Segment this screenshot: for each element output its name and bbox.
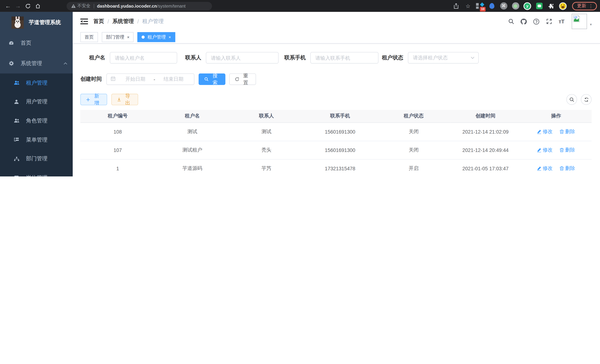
toggle-search-button[interactable] bbox=[566, 94, 577, 105]
browser-reload-icon[interactable] bbox=[23, 1, 33, 11]
browser-profile-avatar[interactable] bbox=[559, 2, 567, 10]
sidebar-item-system[interactable]: 系统管理 bbox=[0, 53, 73, 74]
col-actions: 操作 bbox=[521, 110, 592, 122]
create-time-label: 创建时间 bbox=[80, 76, 106, 83]
fullscreen-icon[interactable] bbox=[543, 17, 555, 27]
col-created: 创建时间 bbox=[450, 110, 521, 122]
sidebar-item-tenant[interactable]: 租户管理 bbox=[0, 74, 73, 92]
user-avatar[interactable] bbox=[572, 14, 587, 29]
tenant-name-label: 租户名 bbox=[80, 54, 110, 61]
tenant-table: 租户编号 租户名 联系人 联系手机 租户状态 创建时间 操作 108 测试 测试 bbox=[80, 110, 592, 177]
date-start-placeholder[interactable]: 开始日期 bbox=[119, 76, 152, 83]
breadcrumb-home[interactable]: 首页 bbox=[93, 18, 104, 25]
role-users-icon bbox=[13, 118, 19, 123]
date-end-placeholder[interactable]: 结束日期 bbox=[157, 76, 190, 83]
url-host: dashboard.yudao.iocoder.cn bbox=[97, 4, 157, 8]
extensions-puzzle-icon[interactable] bbox=[547, 2, 555, 10]
mobile-input[interactable] bbox=[310, 52, 378, 64]
breadcrumb-separator: / bbox=[108, 18, 109, 25]
delete-link[interactable]: 删除 bbox=[559, 128, 575, 135]
sidebar-item-label: 菜单管理 bbox=[26, 136, 47, 143]
help-icon[interactable] bbox=[530, 17, 543, 27]
extension-colorpick-icon[interactable]: 10 bbox=[476, 2, 484, 10]
github-icon[interactable] bbox=[517, 17, 530, 27]
contact-input[interactable] bbox=[206, 52, 279, 64]
tab-home[interactable]: 首页 bbox=[80, 32, 98, 42]
site-security[interactable]: 不安全 bbox=[71, 3, 91, 9]
delete-link[interactable]: 删除 bbox=[559, 147, 575, 153]
share-icon[interactable] bbox=[452, 2, 460, 10]
filter-row-1: 租户名 联系人 联系手机 租户状态 请选择租户状态 bbox=[80, 52, 592, 64]
filter-row-2: 创建时间 开始日期 - 结束日期 搜索 重置 bbox=[80, 74, 592, 85]
extension-yuque-icon[interactable]: y bbox=[523, 2, 531, 10]
security-label: 不安全 bbox=[77, 3, 91, 9]
tab-close-icon[interactable]: × bbox=[127, 35, 130, 39]
edit-link[interactable]: 修改 bbox=[537, 128, 553, 135]
sidebar-item-label: 岗位管理 bbox=[26, 174, 47, 177]
tab-label: 租户管理 bbox=[148, 34, 166, 40]
status-label: 租户状态 bbox=[378, 54, 408, 61]
table-row: 1 芋道源码 芋艿 17321315478 开启 2021-01-05 17:0… bbox=[80, 159, 592, 177]
tab-close-icon[interactable]: × bbox=[169, 35, 171, 39]
tab-dept[interactable]: 部门管理 × bbox=[102, 32, 134, 42]
cell-actions: 修改 删除 bbox=[521, 122, 592, 141]
tenant-name-input[interactable] bbox=[110, 52, 177, 64]
delete-link[interactable]: 删除 bbox=[559, 165, 575, 172]
browser-home-icon[interactable] bbox=[33, 1, 43, 11]
caret-down-icon[interactable]: ▼ bbox=[589, 23, 592, 26]
status-select[interactable]: 请选择租户状态 bbox=[408, 52, 479, 64]
page-content: 租户名 联系人 联系手机 租户状态 请选择租户状态 创建时间 bbox=[73, 44, 600, 177]
date-range-picker[interactable]: 开始日期 - 结束日期 bbox=[106, 74, 194, 85]
sidebar-item-user[interactable]: 用户管理 bbox=[0, 92, 73, 111]
sidebar-fold-icon[interactable] bbox=[80, 18, 88, 25]
col-contact: 联系人 bbox=[230, 110, 303, 122]
cell-contact: 测试 bbox=[230, 122, 303, 141]
export-button[interactable]: 导出 bbox=[111, 94, 138, 105]
sidebar-item-label: 租户管理 bbox=[26, 80, 47, 86]
edit-link[interactable]: 修改 bbox=[537, 147, 553, 153]
url-bar[interactable]: 不安全 dashboard.yudao.iocoder.cn/system/te… bbox=[67, 2, 212, 10]
edit-link[interactable]: 修改 bbox=[537, 165, 553, 172]
plus-icon bbox=[86, 97, 90, 102]
reset-button[interactable]: 重置 bbox=[229, 74, 256, 85]
sidebar-item-dept[interactable]: 部门管理 bbox=[0, 149, 73, 168]
cell-actions: 修改 删除 bbox=[521, 159, 592, 177]
header-search-icon[interactable] bbox=[505, 17, 517, 27]
refresh-table-button[interactable] bbox=[581, 94, 592, 105]
extension-balloon-icon[interactable] bbox=[488, 2, 496, 10]
browser-toolbar: ← → 不安全 dashboard.yudao.iocoder.cn/syste… bbox=[0, 0, 600, 12]
cell-mobile: 15601691300 bbox=[303, 122, 377, 141]
app-logo[interactable]: 芋道管理系统 bbox=[0, 12, 73, 33]
browser-forward-icon[interactable]: → bbox=[13, 1, 23, 11]
toolbar: 新增 导出 bbox=[80, 94, 592, 105]
extension-command-icon[interactable]: ⌘ bbox=[499, 2, 508, 10]
font-size-icon[interactable]: ᴛT bbox=[555, 17, 568, 27]
extension-recorder-icon[interactable] bbox=[511, 2, 520, 10]
date-range-separator: - bbox=[152, 76, 157, 82]
sidebar-item-menu[interactable]: 菜单管理 bbox=[0, 131, 73, 149]
add-button[interactable]: 新增 bbox=[80, 94, 107, 105]
gear-icon bbox=[8, 60, 14, 66]
refresh-icon bbox=[584, 97, 589, 102]
update-button[interactable]: 更新 ⋮ bbox=[572, 2, 597, 10]
menu-tree-icon bbox=[13, 138, 19, 142]
tab-tenant[interactable]: 租户管理 × bbox=[138, 32, 175, 42]
sidebar-item-label: 角色管理 bbox=[26, 117, 47, 124]
browser-back-icon[interactable]: ← bbox=[3, 1, 13, 11]
bookmark-star-icon[interactable]: ☆ bbox=[464, 2, 472, 10]
cell-mobile: 15601691300 bbox=[303, 141, 377, 159]
url-path: /system/tenant bbox=[157, 4, 186, 8]
sidebar-item-home[interactable]: 首页 bbox=[0, 33, 73, 53]
cell-status: 关闭 bbox=[377, 141, 450, 159]
tab-label: 部门管理 bbox=[106, 34, 124, 40]
col-tenant-id: 租户编号 bbox=[80, 110, 155, 122]
trash-icon bbox=[559, 166, 564, 171]
mobile-label: 联系手机 bbox=[279, 54, 310, 61]
search-button[interactable]: 搜索 bbox=[198, 74, 225, 85]
breadcrumb-section[interactable]: 系统管理 bbox=[112, 18, 134, 25]
cell-tenant-name: 芋道源码 bbox=[155, 159, 229, 177]
sidebar-item-post[interactable]: 岗位管理 bbox=[0, 168, 73, 177]
sidebar-item-role[interactable]: 角色管理 bbox=[0, 112, 73, 131]
browser-menu-icon[interactable]: ⋮ bbox=[589, 3, 593, 9]
extension-chat-icon[interactable] bbox=[535, 2, 543, 10]
